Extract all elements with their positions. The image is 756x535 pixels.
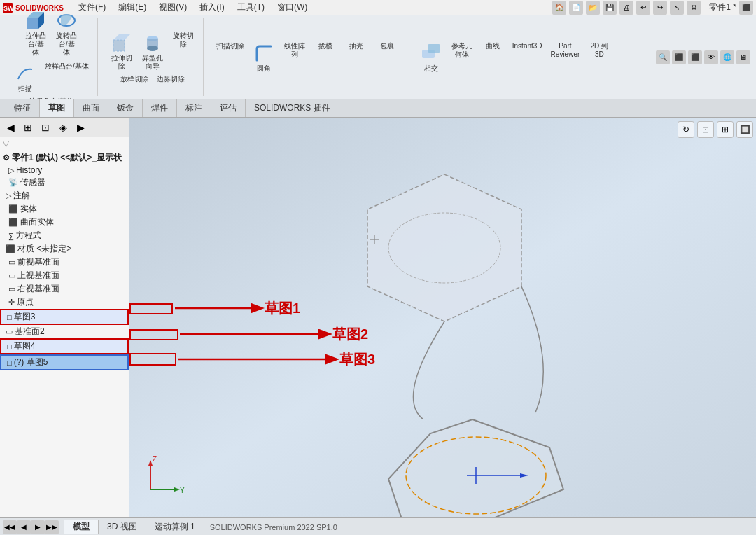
part-title: 零件1 * [709,1,736,13]
shell-button[interactable]: 抽壳 [342,41,370,74]
sidebar-btn-properties[interactable]: ◈ [55,120,71,135]
tree-item-equation[interactable]: ∑ 方程式 [0,229,129,242]
fillet-icon [253,42,275,64]
linear-pattern-button[interactable]: 线性阵列 [281,41,309,74]
tree-item-part1[interactable]: ⚙ 零件1 (默认) <<默认>_显示状 [0,151,129,165]
quick-save-icon[interactable]: 🏠 [552,1,566,15]
surface-icon: ⬛ [8,218,18,227]
view-icon-2[interactable]: ⬛ [672,50,686,64]
open-icon[interactable]: 📂 [586,1,600,15]
view-icon-1[interactable]: 🔍 [656,50,670,64]
cut-extrude-button[interactable]: 拉伸切除 [108,30,136,72]
instant3d-label: Instant3D [512,42,542,50]
2d-to-3d-button[interactable]: 2D 到3D [585,41,613,74]
sidebar-btn-arrow-right[interactable]: ▶ [73,120,88,135]
tree-item-sensor[interactable]: 📡 传感器 [0,176,129,189]
tree-item-baseline2[interactable]: ▭ 基准面2 [0,325,129,338]
view-icon-4[interactable]: 👁 [704,50,718,64]
new-icon[interactable]: 📄 [569,1,583,15]
wrap-button[interactable]: 包裹 [373,41,401,74]
loft-label: 放样凸台/基体 [45,62,89,71]
intersect-button[interactable]: 相交 [417,41,445,74]
redo-icon[interactable]: ↪ [653,1,667,15]
view-icon-6[interactable]: 🖥 [736,50,750,64]
tab-features[interactable]: 特征 [6,99,40,117]
tree-item-sketch3[interactable]: □ 草图3 [0,309,129,325]
hole-wizard-button[interactable]: 异型孔向导 [139,30,167,72]
display-style-icon[interactable]: 🔲 [736,121,753,138]
save-icon[interactable]: 💾 [603,1,617,15]
tree-item-top-plane[interactable]: ▭ 上视基准面 [0,269,129,282]
tree-item-annotation[interactable]: ▷ 注解 [0,189,129,202]
curves-label: 曲线 [486,42,500,50]
tab-motion[interactable]: 运动算例 1 [146,520,204,534]
sweep-label: 扫描 [18,85,32,93]
tab-surface[interactable]: 曲面 [74,99,108,117]
nav-prev-icon[interactable]: ◀◀ [3,520,17,534]
instant3d-button[interactable]: Instant3D [510,41,545,74]
section-view-icon[interactable]: ⊞ [717,121,734,138]
tree-item-material[interactable]: ⬛ 材质 <未指定> [0,242,129,256]
tab-model[interactable]: 模型 [64,520,99,534]
options-icon[interactable]: ⚙ [687,1,701,15]
sketch5-icon: □ [7,359,12,367]
sweep-button[interactable]: 扫描 [11,61,39,95]
expand-icon[interactable]: ⬛ [739,1,753,15]
ribbon-group-boss: 拉伸凸台/基体 旋转凸台/基体 扫描 放样凸台/基体 [6,18,98,96]
menu-edit[interactable]: 编辑(E) [113,0,152,15]
cut-boundary-button[interactable]: 边界切除 [154,74,188,85]
tab-evaluate[interactable]: 评估 [211,99,246,117]
part-reviewer-label: PartReviewer [551,42,580,59]
canvas-area[interactable]: Z Y 草图1 草图2 草图3 [130,118,756,517]
tab-annotation[interactable]: 标注 [177,99,211,117]
rotate-view-icon[interactable]: ↻ [678,121,694,138]
fillet-button[interactable]: 圆角 [250,41,278,74]
view-icon-5[interactable]: 🌐 [720,50,734,64]
tab-sketch[interactable]: 草图 [40,99,74,117]
nav-back-icon[interactable]: ◀ [17,520,31,534]
tab-weldment[interactable]: 焊件 [143,99,177,117]
part-reviewer-button[interactable]: PartReviewer [548,41,583,74]
svg-rect-13 [428,44,440,53]
tab-solidworks-addins[interactable]: SOLIDWORKS 插件 [246,99,340,117]
intersect-label: 相交 [424,64,438,73]
nav-next-icon[interactable]: ▶ [31,520,45,534]
menu-tools[interactable]: 工具(T) [232,0,270,15]
sidebar-btn-arrow-left[interactable]: ◀ [3,120,18,135]
cut-sweep-button[interactable]: 扫描切除 [214,41,247,74]
cut-loft-button[interactable]: 放样切除 [118,74,151,85]
tab-sheetmetal[interactable]: 钣金 [108,99,143,117]
hole-wizard-icon [141,32,164,54]
tree-item-origin[interactable]: ✛ 原点 [0,296,129,309]
zoom-fit-icon[interactable]: ⊡ [697,121,714,138]
canvas-svg: Z Y [130,118,756,517]
extrude-boss-button[interactable]: 拉伸凸台/基体 [22,8,50,58]
tree-item-surface[interactable]: ⬛ 曲面实体 [0,216,129,229]
curves-button[interactable]: 曲线 [479,41,507,74]
menu-view[interactable]: 视图(V) [153,0,192,15]
sidebar-btn-grid[interactable]: ⊞ [20,120,36,135]
draft-button[interactable]: 拔模 [312,41,340,74]
tree-item-right-plane[interactable]: ▭ 右视基准面 [0,282,129,296]
print-icon[interactable]: 🖨 [620,1,634,15]
intersect-icon [420,42,442,64]
menu-window[interactable]: 窗口(W) [272,0,313,15]
undo-icon[interactable]: ↩ [636,1,650,15]
right-plane-icon: ▭ [8,284,15,293]
view-icon-3[interactable]: ⬛ [688,50,702,64]
tree-item-history[interactable]: ▷ History [0,165,129,176]
tree-item-sketch4[interactable]: □ 草图4 [0,338,129,354]
reference-geometry-button[interactable]: 参考几何体 [448,41,476,74]
cut-extrude-label: 拉伸切除 [111,54,132,71]
menu-insert[interactable]: 插入(I) [194,0,230,15]
cut-revolve-button[interactable]: 旋转切除 [169,30,197,72]
revolve-boss-button[interactable]: 旋转凸台/基体 [52,8,80,58]
tree-item-front-plane[interactable]: ▭ 前视基准面 [0,256,129,269]
tree-item-sketch5[interactable]: □ (?) 草图5 [0,354,129,370]
select-icon[interactable]: ↖ [670,1,684,15]
nav-last-icon[interactable]: ▶▶ [45,520,59,534]
tab-3dview[interactable]: 3D 视图 [99,520,146,534]
loft-button[interactable]: 放样凸台/基体 [42,61,92,95]
sidebar-btn-view[interactable]: ⊡ [38,120,53,135]
tree-item-solid[interactable]: ⬛ 实体 [0,202,129,216]
